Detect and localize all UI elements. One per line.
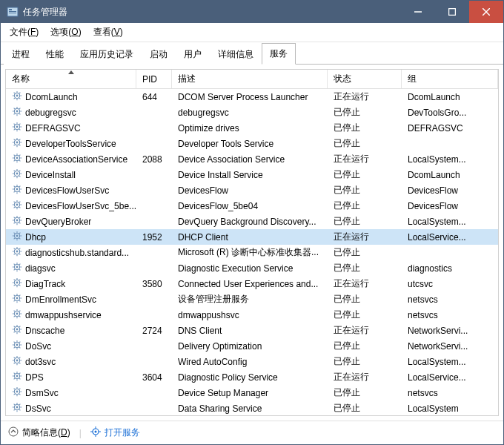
svg-line-165 — [19, 332, 20, 332]
tab-users[interactable]: 用户 — [176, 44, 210, 65]
table-row[interactable]: DeveloperToolsServiceDeveloper Tools Ser… — [6, 136, 498, 151]
service-name-label: DevicesFlowUserSvc_5be... — [25, 201, 136, 211]
cell-group: netsvcs — [402, 294, 498, 305]
gear-icon — [12, 262, 22, 274]
table-row[interactable]: diagsvcDiagnostic Execution Service已停止di… — [6, 260, 498, 276]
svg-line-16 — [14, 98, 15, 99]
svg-line-64 — [14, 171, 15, 171]
gear-icon — [12, 215, 22, 228]
svg-line-14 — [14, 93, 15, 93]
table-row[interactable]: DoSvcDelivery Optimization已停止NetworkServ… — [6, 338, 498, 354]
fewer-details-button[interactable]: 简略信息(D) — [8, 426, 70, 439]
col-header-status[interactable]: 状态 — [328, 70, 402, 88]
service-name-label: DoSvc — [25, 341, 51, 352]
cell-status: 已停止 — [328, 122, 402, 134]
cell-desc: Connected User Experiences and... — [172, 279, 328, 289]
table-row[interactable]: DsSvcData Sharing Service已停止LocalSystem — [6, 400, 498, 415]
menu-options[interactable]: 选项(O) — [44, 24, 87, 41]
services-table: 名称 PID 描述 状态 组 DcomLaunch644DCOM Server … — [5, 69, 499, 416]
table-row[interactable]: dmwappushservicedmwappushsvc已停止netsvcs — [6, 307, 498, 323]
svg-line-115 — [19, 254, 20, 254]
svg-line-185 — [19, 363, 20, 363]
cell-status: 已停止 — [328, 262, 402, 274]
table-row[interactable]: DiagTrack3580Connected User Experiences … — [6, 276, 498, 291]
cell-group: LocalService... — [402, 372, 498, 383]
gear-icon — [12, 137, 22, 150]
titlebar[interactable]: 任务管理器 — [1, 1, 503, 23]
svg-line-86 — [14, 207, 15, 208]
col-header-name[interactable]: 名称 — [6, 70, 136, 88]
cell-status: 正在运行 — [328, 324, 402, 337]
service-name-label: dmwappushservice — [25, 310, 102, 320]
cell-group: LocalSystem... — [402, 154, 498, 165]
table-row[interactable]: DPS3604Diagnostic Policy Service正在运行Loca… — [6, 369, 498, 385]
table-row[interactable]: diagnosticshub.standard...Microsoft (R) … — [6, 245, 498, 260]
svg-line-97 — [19, 217, 20, 218]
svg-point-159 — [16, 329, 19, 331]
svg-line-114 — [14, 248, 15, 249]
tab-details[interactable]: 详细信息 — [210, 44, 262, 65]
menubar: 文件(F) 选项(O) 查看(V) — [1, 23, 503, 42]
maximize-button[interactable] — [435, 1, 469, 23]
tab-services[interactable]: 服务 — [262, 43, 296, 65]
service-name-label: DevQueryBroker — [25, 217, 91, 227]
svg-point-39 — [16, 142, 19, 144]
cell-status: 已停止 — [328, 293, 402, 306]
svg-point-209 — [16, 406, 19, 409]
svg-line-76 — [14, 191, 15, 192]
table-row[interactable]: DsmSvcDevice Setup Manager已停止netsvcs — [6, 385, 498, 400]
svg-line-156 — [14, 316, 15, 317]
svg-line-146 — [14, 300, 15, 301]
table-row[interactable]: debugregsvcdebugregsvc已停止DevToolsGro... — [6, 105, 498, 120]
cell-group: DevicesFlow — [402, 185, 498, 196]
gear-icon — [12, 246, 22, 259]
menu-file[interactable]: 文件(F) — [4, 24, 44, 41]
cell-name: DEFRAGSVC — [6, 122, 136, 134]
table-row[interactable]: Dnscache2724DNS Client正在运行NetworkServi..… — [6, 323, 498, 338]
table-row[interactable]: DeviceAssociationService2088Device Assoc… — [6, 151, 498, 167]
svg-line-166 — [14, 332, 15, 332]
table-row[interactable]: Dhcp1952DHCP Client正在运行LocalService... — [6, 229, 498, 245]
tab-app-history[interactable]: 应用历史记录 — [72, 44, 142, 65]
table-row[interactable]: DevicesFlowUserSvcDevicesFlow已停止DevicesF… — [6, 182, 498, 198]
service-name-label: DeviceAssociationService — [25, 154, 127, 165]
gear-icon — [12, 386, 22, 399]
close-button[interactable] — [469, 1, 503, 23]
window-title: 任务管理器 — [23, 6, 401, 19]
menu-view[interactable]: 查看(V) — [87, 24, 129, 41]
cell-desc: Device Setup Manager — [172, 388, 328, 398]
table-row[interactable]: DevQueryBrokerDevQuery Background Discov… — [6, 214, 498, 229]
cell-status: 已停止 — [328, 402, 402, 415]
table-body[interactable]: DcomLaunch644DCOM Server Process Launche… — [6, 89, 498, 415]
service-name-label: Dhcp — [25, 232, 46, 243]
service-name-label: DsmSvc — [25, 388, 59, 398]
cell-desc: DHCP Client — [172, 232, 328, 243]
table-row[interactable]: dot3svcWired AutoConfig已停止LocalSystem... — [6, 354, 498, 369]
svg-point-189 — [16, 375, 19, 378]
tab-processes[interactable]: 进程 — [4, 44, 38, 65]
svg-line-57 — [19, 155, 20, 156]
table-row[interactable]: DmEnrollmentSvc设备管理注册服务已停止netsvcs — [6, 291, 498, 307]
table-row[interactable]: DeviceInstallDevice Install Service已停止Dc… — [6, 167, 498, 182]
tab-performance[interactable]: 性能 — [38, 44, 72, 65]
col-header-group[interactable]: 组 — [402, 70, 498, 88]
svg-line-137 — [19, 280, 20, 280]
col-header-desc[interactable]: 描述 — [172, 70, 328, 88]
table-row[interactable]: DEFRAGSVCOptimize drives已停止DEFRAGSVC — [6, 120, 498, 136]
svg-line-196 — [14, 378, 15, 379]
open-services-button[interactable]: 打开服务 — [90, 426, 140, 439]
cell-name: DsmSvc — [6, 386, 136, 399]
cell-group: DcomLaunch — [402, 92, 498, 102]
cell-desc: DevQuery Background Discovery... — [172, 217, 328, 227]
svg-line-176 — [14, 347, 15, 348]
col-header-pid[interactable]: PID — [136, 70, 172, 88]
table-row[interactable]: DcomLaunch644DCOM Server Process Launche… — [6, 89, 498, 105]
open-services-label: 打开服务 — [105, 426, 140, 439]
svg-line-207 — [19, 389, 20, 389]
minimize-button[interactable] — [401, 1, 435, 23]
table-row[interactable]: DevicesFlowUserSvc_5be...DevicesFlow_5be… — [6, 198, 498, 214]
tab-startup[interactable]: 启动 — [142, 44, 176, 65]
svg-point-59 — [16, 173, 19, 175]
service-name-label: diagnosticshub.standard... — [25, 248, 129, 258]
svg-line-187 — [19, 357, 20, 358]
